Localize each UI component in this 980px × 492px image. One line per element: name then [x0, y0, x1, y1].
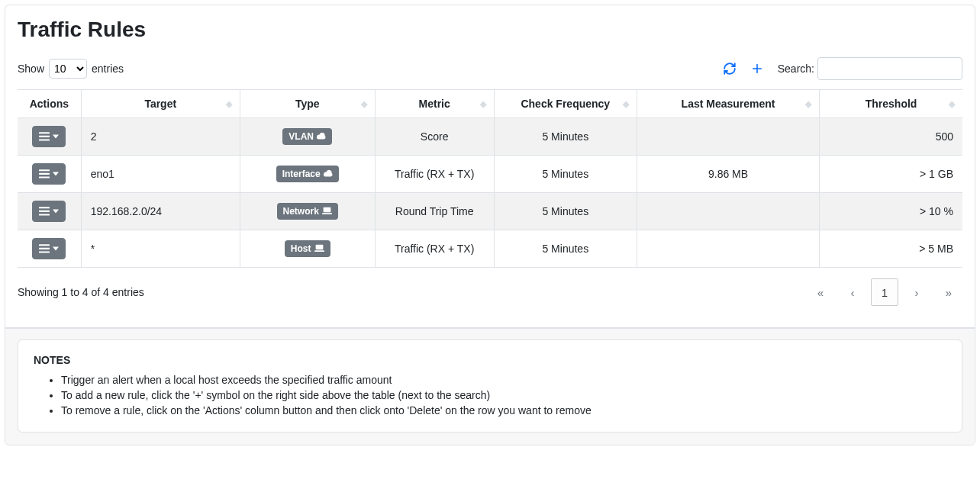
cell-metric: Traffic (RX + TX) — [395, 243, 474, 255]
laptop-icon — [322, 204, 332, 218]
cell-frequency: 5 Minutes — [542, 205, 588, 217]
svg-rect-3 — [39, 136, 50, 137]
cloud-icon — [317, 130, 326, 143]
table-row: *HostTraffic (RX + TX)5 Minutes> 5 MB — [18, 230, 962, 268]
cell-threshold: > 1 GB — [920, 168, 953, 180]
table-info: Showing 1 to 4 of 4 entries — [18, 286, 144, 298]
right-controls: Search: — [723, 57, 962, 80]
caret-down-icon — [53, 134, 59, 139]
badge-label: Host — [291, 242, 311, 256]
col-last-measurement[interactable]: Last Measurement — [637, 90, 819, 118]
entries-label: entries — [92, 63, 124, 75]
cell-threshold: 500 — [936, 130, 953, 143]
svg-rect-8 — [39, 207, 50, 208]
cell-target: 192.168.2.0/24 — [91, 205, 162, 217]
type-badge: Interface — [276, 166, 339, 182]
svg-rect-16 — [315, 245, 323, 250]
page-first[interactable]: « — [807, 278, 834, 306]
cell-target: * — [91, 243, 95, 255]
badge-label: Interface — [282, 167, 321, 181]
cloud-icon — [324, 167, 333, 181]
notes-item: To add a new rule, click the '+' symbol … — [61, 387, 946, 403]
svg-rect-5 — [39, 169, 50, 171]
page-title: Traffic Rules — [18, 18, 962, 42]
caret-down-icon — [53, 172, 59, 176]
badge-label: VLAN — [289, 130, 314, 143]
notes-item: Trigger an alert when a local host excee… — [61, 372, 946, 387]
svg-rect-11 — [324, 207, 331, 213]
svg-rect-15 — [39, 252, 50, 253]
svg-rect-9 — [39, 211, 50, 212]
col-target[interactable]: Target — [81, 90, 240, 118]
menu-icon — [39, 132, 50, 141]
svg-rect-4 — [39, 140, 50, 141]
svg-rect-14 — [39, 248, 50, 249]
cell-frequency: 5 Minutes — [542, 130, 588, 143]
svg-rect-12 — [322, 213, 332, 214]
search-wrap: Search: — [778, 57, 962, 80]
col-metric[interactable]: Metric — [375, 90, 494, 118]
caret-down-icon — [53, 209, 59, 214]
page-last[interactable]: » — [935, 278, 962, 306]
notes-title: NOTES — [34, 354, 946, 366]
cell-frequency: 5 Minutes — [542, 243, 588, 255]
page-next[interactable]: › — [903, 278, 930, 306]
actions-button[interactable] — [32, 238, 66, 259]
actions-button[interactable] — [32, 201, 66, 222]
notes-list: Trigger an alert when a local host excee… — [34, 372, 946, 418]
add-rule-icon[interactable] — [750, 62, 764, 76]
page-current[interactable]: 1 — [871, 278, 898, 306]
show-entries: Show 10 25 50 100 entries — [18, 59, 124, 79]
cell-metric: Round Trip Time — [395, 205, 474, 217]
table-footer: Showing 1 to 4 of 4 entries « ‹ 1 › » — [18, 278, 962, 306]
col-type[interactable]: Type — [240, 90, 375, 118]
type-badge: VLAN — [282, 128, 332, 145]
svg-rect-2 — [39, 132, 50, 133]
table-row: eno1InterfaceTraffic (RX + TX)5 Minutes9… — [18, 156, 962, 193]
type-badge: Network — [277, 203, 338, 220]
pagination: « ‹ 1 › » — [807, 278, 962, 306]
page-prev[interactable]: ‹ — [839, 278, 866, 306]
cell-last-measurement: 9.86 MB — [708, 168, 748, 180]
search-label: Search: — [778, 63, 814, 75]
col-frequency[interactable]: Check Frequency — [494, 90, 637, 118]
traffic-rules-card: Traffic Rules Show 10 25 50 100 entries — [5, 5, 975, 445]
laptop-icon — [314, 242, 324, 256]
cell-frequency: 5 Minutes — [542, 168, 588, 180]
notes-section: NOTES Trigger an alert when a local host… — [5, 327, 975, 445]
cell-target: eno1 — [91, 168, 114, 180]
badge-label: Network — [283, 204, 319, 218]
notes-item: To remove a rule, click on the 'Actions'… — [61, 403, 946, 418]
actions-button[interactable] — [32, 126, 66, 147]
cell-target: 2 — [91, 130, 97, 143]
cell-threshold: > 10 % — [920, 205, 953, 217]
svg-rect-13 — [39, 244, 50, 246]
table-row: 192.168.2.0/24NetworkRound Trip Time5 Mi… — [18, 193, 962, 230]
entries-select[interactable]: 10 25 50 100 — [49, 59, 87, 79]
table-row: 2VLANScore5 Minutes500 — [18, 118, 962, 156]
menu-icon — [39, 169, 50, 178]
cell-metric: Traffic (RX + TX) — [395, 168, 474, 180]
actions-button[interactable] — [32, 163, 66, 185]
col-threshold[interactable]: Threshold — [820, 90, 962, 118]
svg-rect-6 — [39, 173, 50, 175]
cell-metric: Score — [421, 130, 449, 143]
cell-threshold: > 5 MB — [919, 243, 953, 255]
svg-rect-7 — [39, 177, 50, 178]
menu-icon — [39, 244, 50, 253]
menu-icon — [39, 207, 50, 216]
table-controls: Show 10 25 50 100 entries — [18, 57, 962, 80]
search-input[interactable] — [817, 57, 962, 80]
rules-table: Actions Target Type Metric Check Frequen… — [18, 89, 962, 268]
type-badge: Host — [285, 240, 330, 257]
col-actions: Actions — [18, 90, 81, 118]
table-header-row: Actions Target Type Metric Check Frequen… — [18, 90, 962, 118]
svg-rect-17 — [314, 250, 324, 252]
refresh-icon[interactable] — [723, 62, 737, 76]
svg-rect-10 — [39, 214, 50, 216]
show-label: Show — [18, 63, 44, 75]
caret-down-icon — [53, 246, 59, 251]
